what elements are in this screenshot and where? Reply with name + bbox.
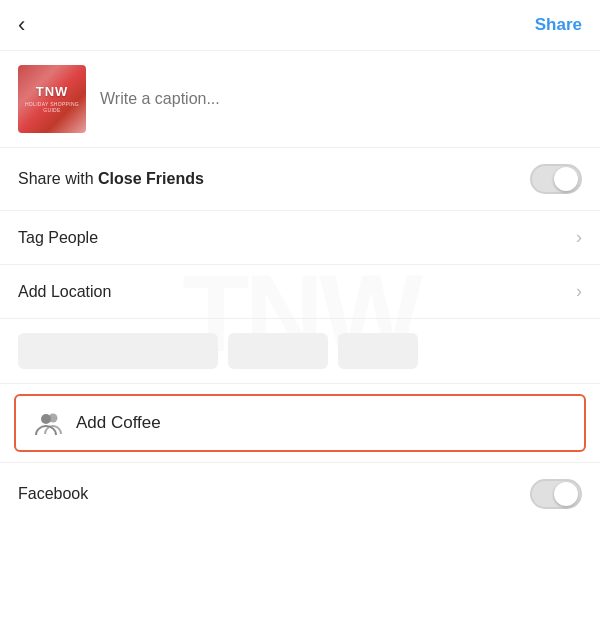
- add-coffee-wrapper: Add Coffee: [0, 384, 600, 463]
- facebook-toggle[interactable]: [530, 479, 582, 509]
- svg-point-1: [41, 414, 51, 424]
- facebook-toggle-knob: [554, 482, 578, 506]
- tag-people-chevron: ›: [576, 227, 582, 248]
- tag-people-label: Tag People: [18, 229, 98, 247]
- header: ‹ Share: [0, 0, 600, 51]
- facebook-label: Facebook: [18, 485, 88, 503]
- add-location-row[interactable]: Add Location ›: [0, 265, 600, 319]
- add-coffee-button[interactable]: Add Coffee: [14, 394, 586, 452]
- tag-people-row[interactable]: Tag People ›: [0, 211, 600, 265]
- caption-input[interactable]: [100, 90, 582, 108]
- close-friends-label: Share with Close Friends: [18, 170, 204, 188]
- add-coffee-label: Add Coffee: [76, 413, 161, 433]
- skeleton-bar-2: [228, 333, 328, 369]
- thumbnail-logo: TNW: [18, 85, 86, 99]
- close-friends-toggle[interactable]: [530, 164, 582, 194]
- add-location-label: Add Location: [18, 283, 111, 301]
- caption-row: TNW HOLIDAY SHOPPING GUIDE: [0, 51, 600, 148]
- people-tag-icon: [34, 408, 64, 438]
- post-thumbnail: TNW HOLIDAY SHOPPING GUIDE: [18, 65, 86, 133]
- skeleton-row: [0, 319, 600, 384]
- skeleton-bar-1: [18, 333, 218, 369]
- thumbnail-sub: HOLIDAY SHOPPING GUIDE: [18, 101, 86, 113]
- skeleton-bar-3: [338, 333, 418, 369]
- share-button[interactable]: Share: [535, 15, 582, 35]
- back-button[interactable]: ‹: [18, 14, 25, 36]
- add-location-chevron: ›: [576, 281, 582, 302]
- facebook-row: Facebook: [0, 463, 600, 525]
- toggle-knob: [554, 167, 578, 191]
- close-friends-row: Share with Close Friends: [0, 148, 600, 211]
